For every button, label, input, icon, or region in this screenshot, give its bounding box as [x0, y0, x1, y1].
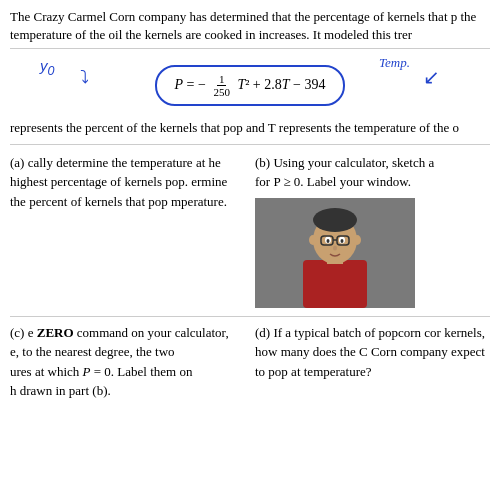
fraction: 1 250	[211, 73, 232, 98]
svg-point-4	[313, 208, 357, 232]
part-c-label: (c)	[10, 325, 28, 340]
svg-rect-1	[303, 260, 367, 308]
svg-point-12	[333, 245, 337, 250]
fraction-numerator: 1	[217, 73, 227, 86]
part-a-col: (a) cally determine the temperature at h…	[10, 153, 245, 308]
part-c-line2: e, to the nearest degree, the two	[10, 344, 175, 359]
arrow2-annotation: ↙	[423, 65, 440, 89]
svg-point-13	[309, 235, 317, 245]
person-image	[255, 198, 415, 308]
divider	[10, 316, 490, 317]
part-d-label: (d)	[255, 325, 273, 340]
svg-point-8	[341, 239, 344, 243]
parts-ab-row: (a) cally determine the temperature at h…	[10, 153, 490, 308]
y0-annotation: y0	[40, 57, 54, 78]
part-b-col: (b) Using your calculator, sketch a for …	[255, 153, 490, 308]
formula-section: y0 ⤵ P = − 1 250 T² + 2.8T − 394 Temp. ↙	[10, 55, 490, 115]
part-a-text: cally determine the temperature at he hi…	[10, 155, 227, 209]
formula-rest: T² + 2.8T − 394	[237, 77, 325, 92]
parts-cd-row: (c) e ZERO command on your calculator, e…	[10, 323, 490, 401]
video-thumbnail	[255, 198, 415, 308]
part-a-label: (a)	[10, 155, 28, 170]
part-d-col: (d) If a typical batch of popcorn cor ke…	[255, 323, 490, 401]
part-d-text: If a typical batch of popcorn cor kernel…	[255, 325, 485, 379]
part-c-line4: h drawn in part (b).	[10, 383, 111, 398]
intro-text: The Crazy Carmel Corn company has determ…	[10, 8, 490, 49]
intro-paragraph: The Crazy Carmel Corn company has determ…	[10, 9, 476, 42]
part-b-text2: for P ≥ 0. Label your window.	[255, 172, 490, 192]
svg-point-14	[353, 235, 361, 245]
part-c-col: (c) e ZERO command on your calculator, e…	[10, 323, 245, 401]
svg-point-7	[327, 239, 330, 243]
part-c-zero: e ZERO command on your calculator,	[28, 325, 229, 340]
represents-paragraph: represents the percent of the kernels th…	[10, 120, 459, 135]
part-b-label: (b) Using your calculator, sketch a	[255, 153, 490, 173]
represents-text: represents the percent of the kernels th…	[10, 119, 490, 144]
part-c-line3: ures at which P = 0. Label them on	[10, 364, 192, 379]
arrow-annotation: ⤵	[80, 67, 89, 88]
page: The Crazy Carmel Corn company has determ…	[0, 0, 500, 500]
formula-box: P = − 1 250 T² + 2.8T − 394	[155, 65, 346, 106]
fraction-denominator: 250	[211, 86, 232, 98]
temp-annotation: Temp.	[379, 55, 410, 71]
p-equals: P = −	[175, 77, 206, 92]
